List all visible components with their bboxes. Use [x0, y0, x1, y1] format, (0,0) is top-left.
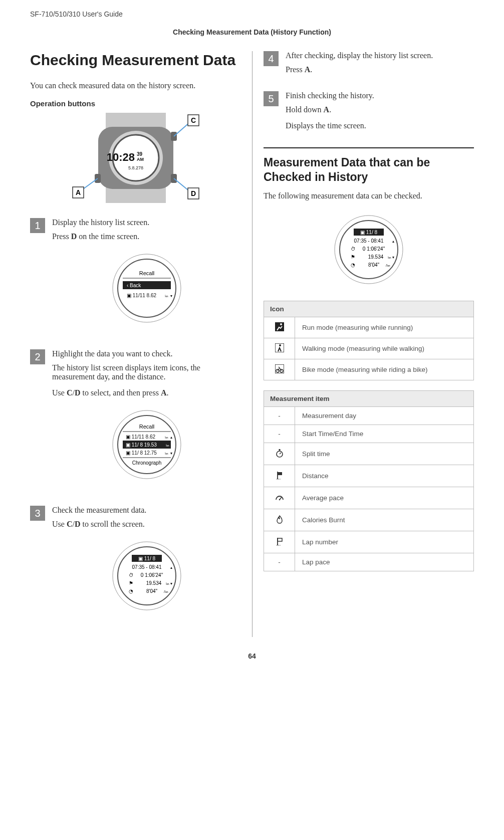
- step-title: Finish checking the history.: [286, 91, 474, 100]
- svg-text:⚑: ⚑: [351, 254, 355, 260]
- svg-text:8'04": 8'04": [368, 262, 380, 268]
- step-number: 4: [264, 51, 279, 66]
- svg-text:㎞: ㎞: [166, 582, 169, 585]
- step-2: 2 Highlight the data you want to check. …: [30, 349, 241, 496]
- icon-desc: Walking mode (measuring while walking): [295, 338, 474, 359]
- svg-text:▴: ▴: [170, 435, 172, 440]
- icon-desc: Bike mode (measuring while riding a bike…: [295, 359, 474, 380]
- svg-text:▣ 11/11  8.62: ▣ 11/11 8.62: [126, 434, 155, 440]
- measurement-desc: Calories Burnt: [295, 509, 474, 531]
- svg-text:㎞: ㎞: [166, 444, 169, 447]
- step-sub: Press D on the time screen.: [52, 232, 241, 241]
- watch-screen-detail-2: ▣ 11/ 8 07:35 - 08:41 ▴ ⏱ 0 1:06'24" ⚑ 1…: [264, 209, 474, 292]
- svg-point-76: [280, 323, 282, 325]
- table-row: Run mode (measuring while running): [264, 317, 474, 338]
- op-buttons-label: Operation buttons: [30, 99, 241, 108]
- svg-text:07:35 - 08:41: 07:35 - 08:41: [132, 564, 161, 570]
- svg-text:▾: ▾: [170, 581, 172, 586]
- step-title: After checking, display the history list…: [286, 51, 474, 60]
- table-row: - Start Time/End Time: [264, 425, 474, 443]
- svg-text:▾: ▾: [170, 294, 172, 298]
- run-mode-icon: [275, 322, 284, 331]
- svg-text:19.534: 19.534: [146, 580, 161, 586]
- dash-icon: -: [264, 406, 295, 425]
- svg-rect-75: [275, 322, 284, 331]
- measurement-table-header: Measurement item: [264, 390, 474, 406]
- svg-text:⚑: ⚑: [129, 580, 133, 586]
- svg-text:⏱: ⏱: [129, 572, 134, 578]
- step-number: 2: [30, 349, 45, 364]
- measurement-table: Measurement item - Measurement day - Sta…: [264, 390, 474, 571]
- svg-text:5.8.278: 5.8.278: [128, 165, 143, 170]
- step-title: Highlight the data you want to check.: [52, 349, 241, 358]
- step-title: Check the measurement data.: [52, 506, 241, 515]
- table-row: Split time: [264, 443, 474, 465]
- measurement-desc: Split time: [295, 443, 474, 465]
- flag-icon: [275, 470, 285, 480]
- table-row: Lap number: [264, 531, 474, 553]
- table-row: Bike mode (measuring while riding a bike…: [264, 359, 474, 380]
- svg-text:⏱: ⏱: [351, 246, 356, 252]
- svg-text:39: 39: [137, 151, 143, 157]
- svg-text:10:28: 10:28: [106, 151, 134, 163]
- watch-screen-recall2: Recall ▣ 11/11 8.62 ㎞ ▴ ▣ 11/ 8 19.53 ㎞ …: [52, 404, 241, 487]
- icon-table-header: Icon: [264, 301, 474, 317]
- measurement-desc: Start Time/End Time: [295, 425, 474, 443]
- svg-text:▾: ▾: [392, 255, 394, 260]
- walk-mode-icon: [275, 343, 284, 352]
- svg-text:㎞: ㎞: [165, 294, 168, 298]
- measurement-desc: Average pace: [295, 487, 474, 509]
- watch-screen-recall1: Recall ‹ Back ▣ 11/11 8.62 ㎞ ▾: [52, 248, 241, 330]
- dash-icon: -: [264, 553, 295, 571]
- svg-text:▴: ▴: [392, 239, 394, 244]
- page-subheader: Checking Measurement Data (History Funct…: [30, 28, 474, 36]
- svg-text:㎞: ㎞: [388, 256, 391, 259]
- step-sub: Use C/D to select, and then press A.: [52, 388, 241, 397]
- step-4: 4 After checking, display the history li…: [264, 51, 474, 81]
- section2-intro: The following measurement data can be ch…: [264, 191, 474, 200]
- svg-text:Recall: Recall: [139, 270, 154, 276]
- step-sub: Press A.: [286, 65, 474, 74]
- step-number: 5: [264, 91, 279, 106]
- step-title: Display the history list screen.: [52, 218, 241, 227]
- svg-text:C: C: [190, 116, 195, 124]
- svg-rect-83: [279, 449, 280, 451]
- step-number: 3: [30, 506, 45, 521]
- bike-mode-icon: [275, 364, 284, 373]
- watch-screen-detail: ▣ 11/ 8 07:35 - 08:41 ▴ ⏱ 0 1:06'24" ⚑ 1…: [52, 536, 241, 618]
- svg-text:◔: ◔: [129, 588, 133, 594]
- svg-text:▣ 11/11  8.62: ▣ 11/11 8.62: [127, 293, 156, 298]
- page-title: Checking Measurement Data: [30, 51, 241, 69]
- svg-text:▣ 11/ 8 19.53: ▣ 11/ 8 19.53: [126, 442, 157, 448]
- svg-text:AM: AM: [137, 157, 144, 162]
- step-5: 5 Finish checking the history. Hold down…: [264, 91, 474, 137]
- doc-header: SF-710/510/310 User's Guide: [30, 10, 474, 18]
- svg-text:▣  11/ 8: ▣ 11/ 8: [360, 230, 377, 235]
- icon-table: Icon Run mode (measuring while running) …: [264, 301, 474, 380]
- measurement-desc: Distance: [295, 465, 474, 487]
- svg-text:0 1:06'24": 0 1:06'24": [363, 246, 385, 252]
- dash-icon: -: [264, 425, 295, 443]
- step-3: 3 Check the measurement data. Use C/D to…: [30, 506, 241, 627]
- svg-text:㎞: ㎞: [165, 452, 168, 455]
- step-1: 1 Display the history list screen. Press…: [30, 218, 241, 339]
- svg-text:/㎞: /㎞: [164, 590, 168, 593]
- page-number: 64: [30, 652, 474, 660]
- svg-text:07:35 - 08:41: 07:35 - 08:41: [354, 238, 384, 244]
- watch-diagram: 10:28 39 AM 5.8.278 A C D: [30, 113, 241, 205]
- stopwatch-icon: [275, 448, 285, 458]
- svg-text:▣ 11/ 8 12.75: ▣ 11/ 8 12.75: [126, 450, 157, 456]
- svg-text:◔: ◔: [351, 262, 355, 268]
- svg-text:A: A: [75, 188, 80, 196]
- svg-point-78: [279, 344, 281, 346]
- table-row: Calories Burnt: [264, 509, 474, 531]
- svg-text:Chronograph: Chronograph: [132, 460, 161, 466]
- step-sub: Hold down A.: [286, 105, 474, 114]
- svg-text:0 1:06'24": 0 1:06'24": [140, 572, 163, 578]
- step-sub: Use C/D to scroll the screen.: [52, 520, 241, 529]
- lap-flag-icon: [275, 536, 285, 546]
- measurement-desc: Measurement day: [295, 406, 474, 425]
- svg-text:▣  11/ 8: ▣ 11/ 8: [138, 556, 155, 561]
- measurement-desc: Lap pace: [295, 553, 474, 571]
- svg-point-88: [279, 499, 280, 500]
